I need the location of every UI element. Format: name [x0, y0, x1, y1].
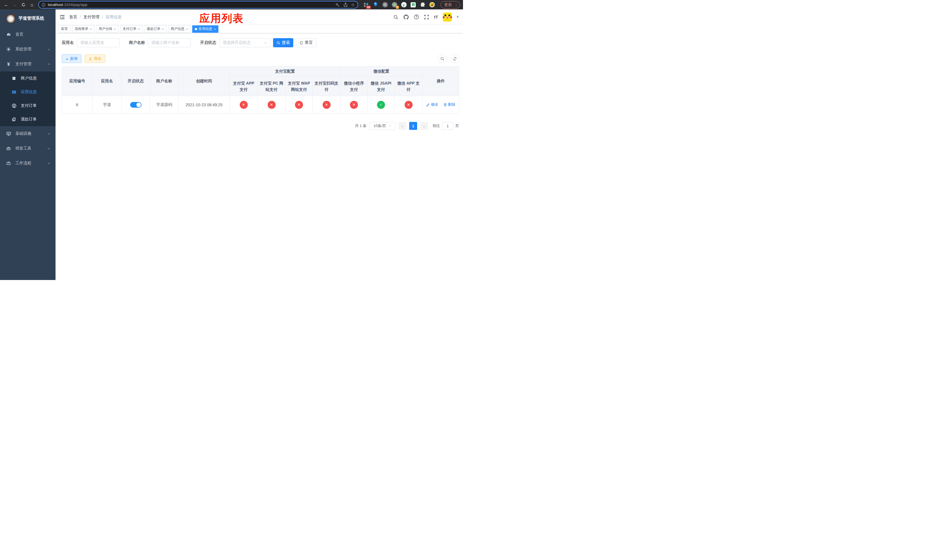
dashboard-icon: [6, 32, 11, 37]
url-text[interactable]: localhost:1024/pay/app: [48, 3, 88, 7]
plus-icon: +: [66, 56, 68, 61]
font-size-icon[interactable]: tT: [434, 15, 438, 20]
add-button[interactable]: + 新增: [62, 54, 82, 63]
cell-alipay-qr: ✕: [313, 96, 340, 114]
sidebar-item-label: 商户信息: [21, 76, 37, 81]
page-size-select[interactable]: 10条/页: [369, 122, 395, 130]
status-cross-icon: ✕: [405, 101, 413, 109]
browser-forward-button[interactable]: →: [11, 2, 18, 8]
sidebar-item-dev-tools[interactable]: 研发工具: [0, 141, 56, 156]
status-select[interactable]: 请选择开启状态: [219, 38, 271, 47]
bookmark-star-icon[interactable]: ☆: [351, 2, 355, 8]
sidebar-item-label: 支付订单: [21, 103, 37, 108]
merchant-name-input[interactable]: 请输入商户名称: [148, 38, 191, 47]
github-icon[interactable]: [403, 14, 409, 20]
close-icon[interactable]: ×: [114, 27, 116, 31]
browser-back-button[interactable]: ←: [3, 2, 10, 8]
reset-button[interactable]: 重置: [296, 38, 316, 47]
extension-command-icon[interactable]: ⌘: [382, 2, 388, 8]
breadcrumb-home[interactable]: 首页: [69, 15, 77, 20]
group-alipay-config: 支付宝配置: [230, 67, 340, 77]
yuque-glyph: y: [401, 2, 407, 8]
tab-user-group[interactable]: 用户分组×: [96, 25, 118, 33]
close-icon[interactable]: ×: [138, 27, 140, 31]
status-cross-icon: ✕: [268, 101, 275, 109]
balloon-glyph: [373, 2, 378, 8]
search-button[interactable]: 搜索: [273, 38, 293, 47]
col-merchant: 商户名称: [150, 67, 179, 96]
close-icon[interactable]: ×: [90, 27, 92, 31]
sidebar-item-payment-orders[interactable]: 支付订单: [0, 99, 56, 112]
chrome-menu-icon[interactable]: ⋮: [454, 3, 458, 7]
col-wechat-jsapi: 微信 JSAPI 支付: [368, 77, 395, 96]
monitor-icon: [6, 131, 11, 136]
sidebar-collapse-icon[interactable]: [59, 14, 65, 20]
help-icon[interactable]: [414, 14, 419, 20]
sidebar-item-home[interactable]: 首页: [0, 27, 56, 42]
tags-view-bar: 首页 流程表单× 用户分组× 支付订单× 退款订单× 商户信息× 应用信息×: [56, 25, 463, 33]
extension-balloon-icon[interactable]: [373, 2, 378, 8]
export-button[interactable]: 导出: [85, 54, 105, 63]
next-page-button[interactable]: ›: [420, 122, 428, 130]
close-icon[interactable]: ×: [186, 27, 188, 31]
status-cross-icon: ✕: [240, 101, 248, 109]
app-logo-row[interactable]: 芋道管理系统: [0, 9, 56, 27]
tab-payment-orders[interactable]: 支付订单×: [120, 25, 142, 33]
site-info-icon[interactable]: [42, 3, 45, 7]
delete-link[interactable]: 删除: [443, 102, 455, 107]
col-actions: 操作: [422, 67, 459, 96]
fullscreen-icon[interactable]: [424, 15, 429, 20]
tab-process-form[interactable]: 流程表单×: [72, 25, 94, 33]
goto-label: 前往: [433, 123, 440, 129]
sidebar-item-refund-orders[interactable]: 退款订单: [0, 112, 56, 126]
password-key-icon[interactable]: [336, 3, 340, 7]
toggle-search-button[interactable]: [438, 54, 447, 63]
tab-app-info[interactable]: 应用信息×: [192, 25, 218, 33]
sidebar-item-infrastructure[interactable]: 基础设施: [0, 126, 56, 141]
refresh-table-button[interactable]: [450, 54, 459, 63]
address-bar[interactable]: localhost:1024/pay/app ☆: [38, 1, 358, 9]
app-name-input[interactable]: 请输入应用名: [77, 38, 120, 47]
tab-merchant-info[interactable]: 商户信息×: [168, 25, 191, 33]
sidebar-item-label: 应用信息: [21, 89, 37, 95]
yen-icon: ¥: [6, 62, 11, 67]
tab-home[interactable]: 首页: [58, 25, 70, 33]
close-icon[interactable]: ×: [214, 27, 216, 31]
sidebar-item-merchant-info[interactable]: 商户信息: [0, 71, 56, 85]
goto-page-input[interactable]: [442, 122, 453, 130]
search-icon[interactable]: [393, 15, 398, 20]
breadcrumb: 首页 / 支付管理 / 应用信息: [69, 15, 122, 20]
sidebar-item-payment[interactable]: ¥ 支付管理: [0, 57, 56, 71]
sidebar-item-workflow[interactable]: 工作流程: [0, 156, 56, 171]
user-avatar[interactable]: [443, 12, 452, 22]
status-check-icon: ✓: [377, 101, 385, 109]
share-icon[interactable]: [343, 3, 348, 7]
extensions-puzzle-icon[interactable]: [420, 2, 425, 8]
profile-emoji-icon[interactable]: [429, 2, 435, 8]
prev-page-button[interactable]: ‹: [398, 122, 406, 130]
close-icon[interactable]: ×: [162, 27, 164, 31]
extension-tango-icon[interactable]: 10: [363, 2, 369, 8]
extension-chat-icon[interactable]: [410, 2, 416, 8]
browser-home-button[interactable]: ⌂: [29, 2, 35, 8]
group-wechat-config: 微信配置: [340, 67, 422, 77]
cell-app-id: 6: [62, 96, 92, 114]
edit-link[interactable]: 修改: [426, 102, 438, 107]
enabled-switch[interactable]: [130, 102, 142, 107]
tab-refund-orders[interactable]: 退款订单×: [144, 25, 166, 33]
user-menu-caret-icon[interactable]: ▾: [457, 15, 458, 19]
extension-yuque-icon[interactable]: y: [401, 2, 407, 8]
chevron-down-icon: [47, 132, 50, 135]
reload-icon: [21, 3, 26, 7]
pencil-icon: [426, 103, 430, 106]
sidebar-item-app-info[interactable]: 应用信息: [0, 85, 56, 99]
chrome-update-button[interactable]: 更新 ⋮: [440, 1, 460, 9]
extension-recorder-icon[interactable]: 1: [392, 2, 397, 8]
sidebar-item-system[interactable]: 系统管理: [0, 42, 56, 57]
emoji-glyph: [430, 2, 435, 8]
breadcrumb-payment[interactable]: 支付管理: [83, 15, 99, 20]
current-page-button[interactable]: 1: [409, 122, 417, 130]
cell-alipay-pc: ✕: [258, 96, 286, 114]
col-wechat-mini: 微信小程序支付: [340, 77, 368, 96]
browser-reload-button[interactable]: [20, 2, 27, 8]
